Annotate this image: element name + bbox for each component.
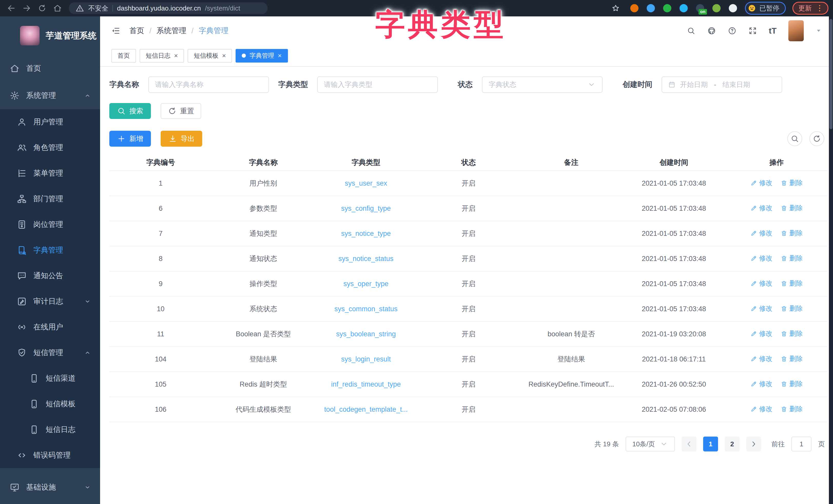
browser-update-button[interactable]: 更新 — [792, 2, 828, 15]
browser-forward-button[interactable] — [20, 2, 33, 15]
edit-link[interactable]: 修改 — [751, 354, 772, 363]
export-button[interactable]: 导出 — [161, 131, 202, 147]
close-icon[interactable]: × — [174, 52, 178, 59]
dict-type-link[interactable]: sys_boolean_string — [336, 330, 396, 338]
sidebar-item-sms-channel[interactable]: 短信渠道 — [0, 366, 100, 391]
delete-link[interactable]: 删除 — [781, 354, 803, 363]
sidebar-item-role[interactable]: 角色管理 — [0, 135, 100, 160]
delete-link[interactable]: 删除 — [781, 304, 803, 313]
delete-link[interactable]: 删除 — [781, 379, 803, 388]
edit-link[interactable]: 修改 — [751, 279, 772, 288]
sidebar-item-system[interactable]: 系统管理 — [0, 82, 100, 109]
extension-icon[interactable]: on — [695, 3, 706, 14]
dict-type-link[interactable]: sys_login_result — [341, 355, 391, 363]
browser-reload-button[interactable] — [35, 2, 49, 15]
sidebar-logo[interactable]: 芋道管理系统 — [0, 17, 100, 55]
github-icon[interactable] — [707, 26, 716, 35]
extension-icon[interactable] — [662, 3, 673, 14]
edit-link[interactable]: 修改 — [751, 229, 772, 238]
sidebar-item-sms[interactable]: 短信管理 — [0, 340, 100, 366]
edit-link[interactable]: 修改 — [751, 304, 772, 313]
extension-icon[interactable] — [645, 3, 656, 14]
edit-link[interactable]: 修改 — [751, 178, 772, 187]
delete-link[interactable]: 删除 — [781, 254, 803, 263]
delete-link[interactable]: 删除 — [781, 405, 803, 413]
extension-icon[interactable] — [629, 3, 640, 14]
add-button[interactable]: 新增 — [109, 131, 151, 147]
tabs-bar: 首页短信日志×短信模板×字典管理× — [100, 45, 833, 67]
sidebar-item-errcode[interactable]: 错误码管理 — [0, 443, 100, 468]
close-icon[interactable]: × — [278, 52, 282, 59]
edit-link[interactable]: 修改 — [751, 329, 772, 338]
sidebar-item-online[interactable]: 在线用户 — [0, 314, 100, 340]
refresh-table-button[interactable] — [809, 131, 824, 146]
tab-dict[interactable]: 字典管理× — [236, 49, 288, 62]
sidebar-collapse-button[interactable] — [111, 26, 120, 35]
dict-type-link[interactable]: inf_redis_timeout_type — [331, 380, 401, 388]
dict-type-link[interactable]: sys_config_type — [341, 205, 391, 212]
font-size-icon[interactable]: tT — [769, 26, 777, 35]
extension-icon[interactable] — [728, 3, 738, 14]
bookmark-star-button[interactable] — [609, 2, 622, 15]
scrollbar-thumb[interactable] — [829, 19, 832, 129]
sidebar-item-sms-template[interactable]: 短信模板 — [0, 391, 100, 417]
reset-button[interactable]: 重置 — [161, 103, 201, 119]
sidebar-item-home[interactable]: 首页 — [0, 55, 100, 82]
sidebar-item-dept[interactable]: 部门管理 — [0, 186, 100, 212]
sidebar-item-audit[interactable]: 审计日志 — [0, 289, 100, 314]
sidebar-item-menu[interactable]: 菜单管理 — [0, 160, 100, 186]
browser-back-button[interactable] — [5, 2, 18, 15]
goto-page-input[interactable] — [791, 436, 811, 451]
delete-link[interactable]: 删除 — [781, 329, 803, 338]
sidebar-item-post[interactable]: 岗位管理 — [0, 212, 100, 237]
sidebar-item-user[interactable]: 用户管理 — [0, 109, 100, 135]
page-size-select[interactable]: 10条/页 — [626, 436, 675, 451]
edit-link[interactable]: 修改 — [751, 405, 772, 413]
page-1[interactable]: 1 — [703, 436, 718, 451]
dict-type-input[interactable] — [324, 81, 431, 89]
delete-link[interactable]: 删除 — [781, 204, 803, 212]
search-button[interactable]: 搜索 — [109, 103, 151, 119]
user-avatar[interactable] — [788, 20, 804, 41]
page-2[interactable]: 2 — [725, 436, 740, 451]
next-page-button[interactable] — [746, 436, 761, 451]
delete-link[interactable]: 删除 — [781, 229, 803, 238]
address-bar[interactable]: 不安全 dashboard.yudao.iocoder.cn/system/di… — [69, 2, 268, 14]
dict-type-link[interactable]: sys_notice_status — [338, 255, 394, 262]
fullscreen-icon[interactable] — [748, 26, 757, 35]
breadcrumb-home[interactable]: 首页 — [129, 26, 144, 36]
browser-home-button[interactable] — [51, 2, 64, 15]
dict-type-link[interactable]: sys_oper_type — [343, 280, 388, 287]
extension-icon[interactable] — [711, 3, 722, 14]
delete-link[interactable]: 删除 — [781, 279, 803, 288]
dict-type-link[interactable]: sys_common_status — [334, 305, 398, 313]
extension-icon[interactable] — [678, 3, 689, 14]
edit-link[interactable]: 修改 — [751, 254, 772, 263]
cell-created: 2021-01-05 17:03:48 — [623, 296, 725, 322]
tab-home[interactable]: 首页 — [111, 49, 136, 62]
toggle-search-button[interactable] — [787, 131, 802, 146]
avatar-dropdown-caret-icon[interactable] — [815, 28, 822, 34]
browser-profile-button[interactable]: 已暂停 — [745, 2, 786, 15]
delete-link[interactable]: 删除 — [781, 178, 803, 187]
sidebar-item-sms-log[interactable]: 短信日志 — [0, 417, 100, 443]
breadcrumb-system[interactable]: 系统管理 — [157, 26, 186, 36]
help-icon[interactable] — [728, 26, 737, 35]
tab-sms-log[interactable]: 短信日志× — [140, 49, 184, 62]
date-range-picker[interactable]: 开始日期 - 结束日期 — [662, 76, 782, 93]
sidebar-item-notice[interactable]: 通知公告 — [0, 263, 100, 289]
edit-link[interactable]: 修改 — [751, 379, 772, 388]
sidebar-item-infra[interactable]: 基础设施 — [0, 474, 100, 501]
close-icon[interactable]: × — [222, 52, 226, 59]
dict-type-link[interactable]: tool_codegen_template_t... — [324, 406, 408, 413]
dict-name-input[interactable] — [155, 81, 262, 89]
status-select[interactable]: 字典状态 — [482, 76, 602, 93]
edit-link[interactable]: 修改 — [751, 204, 772, 212]
sidebar-item-dict[interactable]: 字典管理 — [0, 237, 100, 263]
tab-sms-template[interactable]: 短信模板× — [188, 49, 232, 62]
dict-type-link[interactable]: sys_notice_type — [341, 230, 391, 237]
dict-type-link[interactable]: sys_user_sex — [344, 179, 387, 187]
page-scrollbar[interactable] — [829, 17, 833, 504]
header-search-icon[interactable] — [687, 26, 695, 35]
prev-page-button[interactable] — [682, 436, 696, 451]
